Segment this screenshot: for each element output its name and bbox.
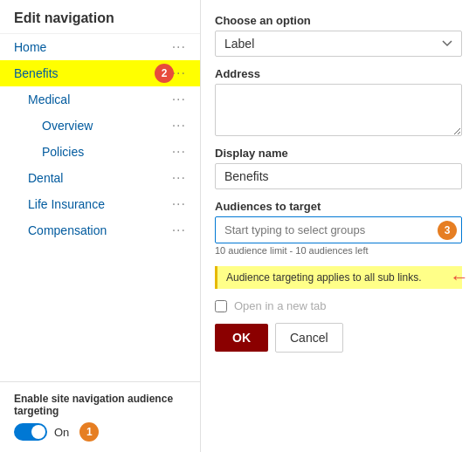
nav-dots-dental[interactable]: ··· [172, 170, 186, 186]
checkbox-row: Open in a new tab [215, 299, 462, 312]
choose-option-group: Choose an option Label Link Header [215, 14, 462, 57]
nav-label-dental: Dental [28, 171, 172, 185]
toggle-thumb [31, 425, 45, 439]
nav-dots-medical[interactable]: ··· [172, 92, 186, 107]
choose-option-label: Choose an option [215, 14, 462, 27]
nav-label-life-insurance: Life Insurance [28, 197, 172, 211]
ok-button[interactable]: OK [215, 324, 268, 352]
nav-item-dental[interactable]: Dental ··· [0, 165, 200, 191]
nav-item-policies[interactable]: Policies ··· [0, 139, 200, 165]
nav-dots-benefits[interactable]: ··· [172, 65, 186, 81]
address-group: Address [215, 67, 462, 136]
panel-title: Edit navigation [0, 0, 200, 34]
address-label: Address [215, 67, 462, 80]
nav-item-medical[interactable]: Medical ··· [0, 86, 200, 113]
choose-option-select[interactable]: Label Link Header [215, 31, 462, 57]
nav-item-home[interactable]: Home ··· [0, 34, 200, 60]
open-new-tab-checkbox[interactable] [215, 300, 227, 312]
display-name-label: Display name [215, 147, 462, 160]
warning-wrapper: Audience targeting applies to all sub li… [215, 266, 462, 289]
display-name-group: Display name [215, 147, 462, 189]
audiences-label: Audiences to target [215, 200, 462, 213]
audiences-input-wrapper: 3 [215, 216, 462, 243]
display-name-input[interactable] [215, 163, 462, 189]
address-textarea[interactable] [215, 84, 462, 136]
badge-1: 1 [79, 422, 99, 442]
edit-form-panel: Choose an option Label Link Header Addre… [201, 0, 476, 452]
badge-3: 3 [438, 221, 457, 240]
arrow-indicator: ← [450, 266, 469, 289]
nav-item-benefits[interactable]: Benefits ··· 2 [0, 60, 200, 86]
nav-list: Home ··· Benefits ··· 2 Medical ··· Over… [0, 34, 200, 381]
nav-label-compensation: Compensation [28, 223, 172, 237]
nav-dots-policies[interactable]: ··· [172, 144, 186, 160]
nav-item-overview[interactable]: Overview ··· [0, 113, 200, 139]
audiences-group: Audiences to target 3 10 audience limit … [215, 200, 462, 256]
audiences-input[interactable] [215, 216, 462, 243]
cancel-button[interactable]: Cancel [275, 323, 343, 353]
audience-targeting-label: Enable site navigation audience targetin… [14, 393, 186, 417]
toggle-text: On [54, 426, 69, 439]
toggle-row: On 1 [14, 422, 186, 442]
nav-label-overview: Overview [42, 119, 172, 133]
bottom-section: Enable site navigation audience targetin… [0, 381, 200, 452]
nav-label-benefits: Benefits [14, 66, 172, 80]
nav-item-compensation[interactable]: Compensation ··· [0, 217, 200, 243]
limit-text: 10 audience limit - 10 audiences left [215, 245, 462, 256]
audience-warning: Audience targeting applies to all sub li… [215, 266, 462, 289]
nav-dots-overview[interactable]: ··· [172, 118, 186, 134]
toggle-switch[interactable] [14, 423, 47, 441]
badge-2: 2 [155, 64, 174, 83]
nav-dots-life-insurance[interactable]: ··· [172, 196, 186, 212]
nav-label-home: Home [14, 40, 172, 54]
nav-label-policies: Policies [42, 145, 172, 159]
nav-dots-home[interactable]: ··· [172, 39, 186, 55]
choose-option-select-wrapper: Label Link Header [215, 31, 462, 57]
nav-label-medical: Medical [28, 92, 172, 106]
nav-dots-compensation[interactable]: ··· [172, 223, 186, 238]
nav-item-life-insurance[interactable]: Life Insurance ··· [0, 191, 200, 217]
checkbox-label: Open in a new tab [234, 299, 327, 312]
left-panel: Edit navigation Home ··· Benefits ··· 2 … [0, 0, 201, 452]
warning-text: Audience targeting applies to all sub li… [226, 271, 421, 284]
button-row: OK Cancel [215, 323, 462, 353]
